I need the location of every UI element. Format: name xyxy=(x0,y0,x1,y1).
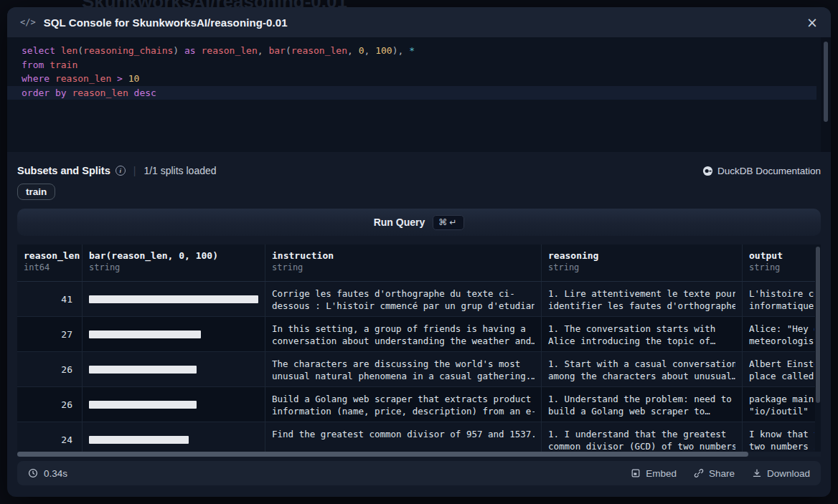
sql-token: from xyxy=(22,60,44,70)
table-row: 41Corrige les fautes d'orthographe du te… xyxy=(17,282,821,317)
column-name: bar(reason_len, 0, 100) xyxy=(89,250,258,261)
cell-line: two numbers i xyxy=(749,440,814,452)
cell-bar[interactable] xyxy=(83,352,265,386)
sql-token: , xyxy=(258,45,269,56)
table-horizontal-scrollbar-thumb[interactable] xyxy=(17,452,748,457)
sql-token: reason_len xyxy=(72,87,128,98)
embed-button[interactable]: Embed xyxy=(631,468,677,479)
footer-bar: 0.34s Embed xyxy=(17,461,821,485)
code-line: order by reason_len desc xyxy=(7,86,816,100)
column-name: reasoning xyxy=(548,250,735,261)
clock-icon xyxy=(28,468,38,478)
split-chip-train[interactable]: train xyxy=(17,184,55,200)
download-icon xyxy=(752,468,762,478)
code-lines: select len(reasoning_chains) as reason_l… xyxy=(7,44,831,100)
column-header-reasoning: reasoningstring xyxy=(542,244,743,281)
duckdb-documentation-link[interactable]: DuckDB Documentation xyxy=(702,166,821,176)
editor-scrollbar-thumb[interactable] xyxy=(824,42,828,122)
cell-bar[interactable] xyxy=(83,387,265,422)
table-body: 41Corrige les fautes d'orthographe du te… xyxy=(17,282,821,457)
sql-token xyxy=(128,87,134,98)
sql-token xyxy=(179,45,184,56)
splits-loaded-text: 1/1 splits loaded xyxy=(143,165,216,176)
cell-reasoning[interactable]: 1. Start with a casual conversationamong… xyxy=(542,352,743,386)
cell-line: information (name, price, description) f… xyxy=(272,405,535,417)
cell-line: unusual natural phenomena in a casual ga… xyxy=(272,370,535,382)
info-icon[interactable]: i xyxy=(116,166,126,176)
sql-token: reason_len xyxy=(201,45,257,56)
cell-line: Find the greatest common divisor of 957 … xyxy=(272,428,535,440)
modal-title: SQL Console for SkunkworksAI/reasoning-0… xyxy=(44,16,288,29)
cell-output[interactable]: Albert Einsteplace called xyxy=(743,352,821,386)
cell-line: build a Golang web scraper to… xyxy=(548,405,735,417)
cell-line: place called xyxy=(749,370,814,382)
cell-line: The characters are discussing the world'… xyxy=(272,358,535,370)
column-header-barreason_len0100: bar(reason_len, 0, 100)string xyxy=(83,244,265,281)
cell-reasoning[interactable]: 1. The conversation starts withAlice int… xyxy=(542,317,743,351)
table-horizontal-scrollbar xyxy=(17,452,821,457)
cell-instruction[interactable]: Build a Golang web scraper that extracts… xyxy=(265,387,542,422)
sql-token: train xyxy=(50,60,77,70)
column-name: instruction xyxy=(272,250,535,261)
cell-output[interactable]: Alice: "Hey gmeteorologist xyxy=(743,317,821,351)
cell-output[interactable]: package main "io/ioutil" " xyxy=(743,387,821,422)
modal-content: Subsets and Splits i | 1/1 splits loaded… xyxy=(7,163,831,485)
sql-token xyxy=(403,45,409,56)
sql-token xyxy=(111,73,117,84)
close-icon[interactable]: × xyxy=(806,16,818,29)
sql-token: reason_len xyxy=(291,45,347,56)
cell-reason-len[interactable]: 27 xyxy=(17,317,83,351)
code-icon: </> xyxy=(20,17,36,27)
sql-token: 100 xyxy=(375,45,392,56)
cell-line: Build a Golang web scraper that extracts… xyxy=(272,393,535,405)
sql-token: 0 xyxy=(359,45,364,56)
embed-icon xyxy=(631,468,641,478)
column-type: string xyxy=(89,262,258,272)
sql-token: select xyxy=(22,45,55,56)
table-vertical-scrollbar-thumb[interactable] xyxy=(816,247,820,403)
sql-token: len xyxy=(61,45,77,56)
share-button[interactable]: Share xyxy=(694,468,735,479)
column-header-reason_len: reason_lenint64 xyxy=(17,244,83,281)
sql-token xyxy=(44,60,50,70)
cell-line: common divisor (GCD) of two numbers… xyxy=(548,440,735,452)
sql-token: ( xyxy=(77,45,83,56)
cell-reasoning[interactable]: 1. Lire attentivement le texte pourident… xyxy=(542,282,743,316)
cell-line: package main xyxy=(749,393,814,405)
cell-bar[interactable] xyxy=(83,317,265,351)
cell-instruction[interactable]: The characters are discussing the world'… xyxy=(265,352,542,386)
cell-line: 1. Start with a casual conversation xyxy=(548,358,735,370)
sql-token: * xyxy=(409,45,415,56)
cell-reason-len[interactable]: 26 xyxy=(17,352,83,386)
cell-reason-len[interactable]: 41 xyxy=(17,282,83,316)
table-row: 27In this setting, a group of friends is… xyxy=(17,317,821,352)
cell-line: dessous : L'histoir cmmencé par un grup … xyxy=(272,300,535,312)
sql-token: as xyxy=(184,45,196,56)
column-name: reason_len xyxy=(24,250,75,261)
table-row: 26Build a Golang web scraper that extrac… xyxy=(17,387,821,422)
cell-line: I know that t xyxy=(749,428,814,440)
sql-token: > xyxy=(117,73,123,84)
table-header-row: reason_lenint64bar(reason_len, 0, 100)st… xyxy=(17,244,821,282)
subsets-row: Subsets and Splits i | 1/1 splits loaded… xyxy=(17,163,821,178)
sql-token: 10 xyxy=(128,73,140,84)
run-query-button[interactable]: Run Query ⌘↵ xyxy=(17,209,821,236)
sql-editor[interactable]: select len(reasoning_chains) as reason_l… xyxy=(7,37,831,152)
cell-bar[interactable] xyxy=(83,282,265,316)
sql-token: , xyxy=(347,45,359,56)
cell-line: 1. Understand the problem: need to xyxy=(548,393,735,405)
column-type: string xyxy=(548,262,735,272)
cell-reasoning[interactable]: 1. Understand the problem: need tobuild … xyxy=(542,387,743,422)
bar-visualization xyxy=(89,295,258,303)
cell-instruction[interactable]: Corrige les fautes d'orthographe du text… xyxy=(265,282,542,316)
table-vertical-scrollbar xyxy=(815,244,821,457)
cell-line: Alice introducing the topic of… xyxy=(548,335,735,347)
cell-instruction[interactable]: In this setting, a group of friends is h… xyxy=(265,317,542,351)
column-type: string xyxy=(749,262,814,272)
sql-token: , xyxy=(364,45,376,56)
cell-output[interactable]: L'histoire coinformatique xyxy=(743,282,821,316)
cell-reason-len[interactable]: 26 xyxy=(17,387,83,422)
sql-token: ( xyxy=(286,45,291,56)
download-button[interactable]: Download xyxy=(752,468,810,479)
sql-token xyxy=(50,73,55,84)
